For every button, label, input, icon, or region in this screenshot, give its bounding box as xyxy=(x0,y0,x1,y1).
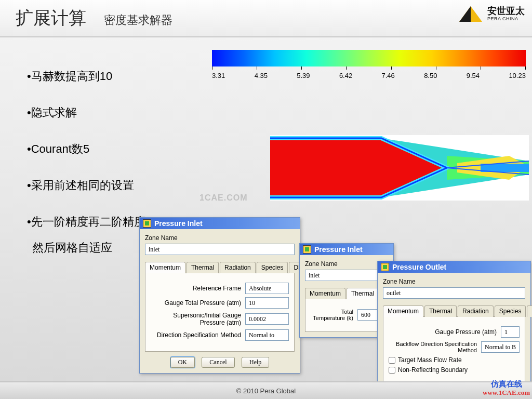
title-sub: 密度基求解器 xyxy=(104,12,172,28)
tab-bar: Momentum Thermal Radiati xyxy=(305,287,388,299)
dialog-titlebar[interactable]: Pressure Inlet xyxy=(140,218,300,229)
bullet-cont: 然后网格自适应 xyxy=(32,240,145,256)
logo-text-en: PERA CHINA xyxy=(487,17,525,22)
tab-momentum[interactable]: Momentum xyxy=(305,288,345,299)
pressure-outlet-dialog: Pressure Outlet Zone Name Momentum Therm… xyxy=(377,261,531,390)
scale-label: 4.35 xyxy=(255,72,268,79)
slide-title-bar: 扩展计算 密度基求解器 xyxy=(0,0,532,37)
gauge-total-pressure-label: Gauge Total Pressure (atm) xyxy=(151,299,241,307)
scale-label: 10.23 xyxy=(509,72,526,79)
company-logo: 安世亚太 PERA CHINA xyxy=(458,5,525,23)
ok-button[interactable]: OK xyxy=(170,357,195,368)
tab-radiation[interactable]: Radiation xyxy=(220,262,256,273)
tab-momentum[interactable]: Momentum xyxy=(145,262,185,273)
scale-label: 9.54 xyxy=(467,72,480,79)
zone-name-label: Zone Name xyxy=(383,278,525,285)
zone-name-input[interactable] xyxy=(305,270,388,281)
dialog-icon xyxy=(143,219,151,228)
logo-triangle-icon xyxy=(458,5,483,23)
dialog-titlebar[interactable]: Pressure Inlet xyxy=(300,244,393,255)
gauge-total-pressure-input[interactable] xyxy=(245,297,289,309)
watermark: 1CAE.COM xyxy=(200,193,247,203)
scale-label: 3.31 xyxy=(212,72,225,79)
bullet-item: •马赫数提高到10 xyxy=(27,69,145,84)
tab-bar: Momentum Thermal Radiation Species DPM xyxy=(383,305,525,317)
dialog-titlebar[interactable]: Pressure Outlet xyxy=(378,261,530,273)
gauge-pressure-label: Gauge Pressure (atm) xyxy=(389,328,497,336)
zone-name-label: Zone Name xyxy=(145,234,295,242)
non-reflecting-label: Non-Reflecting Boundary xyxy=(398,366,468,374)
tab-momentum[interactable]: Momentum xyxy=(383,305,423,317)
site-badge: 仿真在线 www.1CAE.com xyxy=(483,379,530,397)
target-mass-flow-checkbox[interactable] xyxy=(389,357,395,364)
zone-name-label: Zone Name xyxy=(305,260,388,268)
direction-method-label: Direction Specification Method xyxy=(151,331,241,339)
tab-thermal[interactable]: Thermal xyxy=(347,288,379,299)
tab-radiation[interactable]: Radiation xyxy=(458,305,494,317)
badge-url: www.1CAE.com xyxy=(483,389,530,397)
logo-text-cn: 安世亚太 xyxy=(487,6,525,16)
reference-frame-input[interactable] xyxy=(245,283,289,294)
bullet-list: •马赫数提高到10 •隐式求解 •Courant数5 •采用前述相同的设置 •先… xyxy=(27,69,145,276)
pressure-inlet-dialog-momentum: Pressure Inlet Zone Name Momentum Therma… xyxy=(139,217,300,374)
dialog-title: Pressure Inlet xyxy=(154,219,203,228)
scale-label: 5.39 xyxy=(297,72,310,79)
reference-frame-label: Reference Frame xyxy=(151,285,241,292)
bullet-item: •Courant数5 xyxy=(27,141,145,157)
tab-bar: Momentum Thermal Radiation Species DPM xyxy=(145,261,295,273)
dialog-title: Pressure Outlet xyxy=(392,263,446,271)
backflow-direction-label: Backflow Direction Specification Method xyxy=(389,341,477,353)
supersonic-pressure-label: Supersonic/Initial Gauge Pressure (atm) xyxy=(151,312,241,326)
copyright: © 2010 Pera Global xyxy=(236,387,296,395)
color-scale: 3.31 4.35 5.39 6.42 7.46 8.50 9.54 10.23 xyxy=(212,50,526,79)
target-mass-flow-label: Target Mass Flow Rate xyxy=(398,356,462,364)
zone-name-input[interactable] xyxy=(383,287,525,299)
title-main: 扩展计算 xyxy=(16,6,86,30)
cfd-contour-plot xyxy=(270,135,529,201)
backflow-direction-input[interactable] xyxy=(481,341,520,353)
help-button[interactable]: Help xyxy=(242,357,269,368)
scale-label: 7.46 xyxy=(382,72,395,79)
bullet-item: •先一阶精度再二阶精度 xyxy=(27,214,145,230)
gauge-pressure-input[interactable] xyxy=(501,326,520,338)
supersonic-pressure-input[interactable] xyxy=(245,313,289,325)
dialog-icon xyxy=(381,263,389,271)
tab-thermal[interactable]: Thermal xyxy=(187,262,219,273)
cancel-button[interactable]: Cancel xyxy=(202,357,234,368)
non-reflecting-checkbox[interactable] xyxy=(389,367,395,374)
footer: © 2010 Pera Global xyxy=(0,381,532,399)
tab-species[interactable]: Species xyxy=(495,305,526,317)
zone-name-input[interactable] xyxy=(145,244,295,255)
dialog-title: Pressure Inlet xyxy=(314,245,363,254)
total-temperature-label: Total Temperature (k) xyxy=(311,309,353,321)
tab-dpm[interactable]: DPM xyxy=(527,305,532,317)
svg-marker-1 xyxy=(459,6,471,22)
svg-marker-3 xyxy=(270,138,381,197)
bullet-item: •采用前述相同的设置 xyxy=(27,178,145,193)
scale-label: 6.42 xyxy=(339,72,352,79)
badge-cn: 仿真在线 xyxy=(483,379,530,389)
tab-species[interactable]: Species xyxy=(257,262,288,273)
scale-label: 8.50 xyxy=(424,72,437,79)
direction-method-input[interactable] xyxy=(245,329,289,341)
tab-thermal[interactable]: Thermal xyxy=(424,305,457,317)
dialog-icon xyxy=(303,245,311,254)
bullet-item: •隐式求解 xyxy=(27,105,145,121)
